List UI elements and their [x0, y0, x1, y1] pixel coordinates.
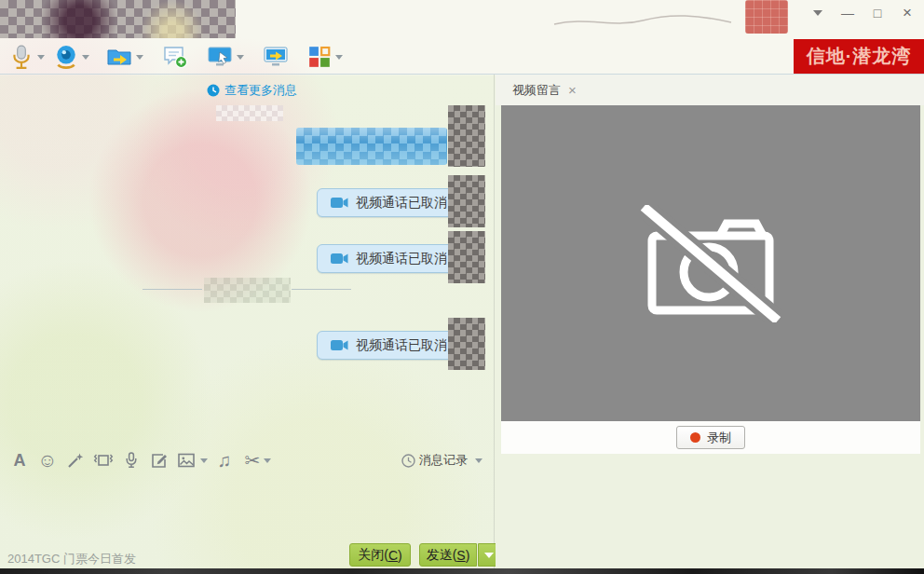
apps-grid-icon	[307, 45, 332, 69]
dropdown-arrow-icon[interactable]	[237, 55, 244, 63]
video-call-button[interactable]	[52, 43, 91, 71]
image-icon	[177, 451, 197, 470]
window-shake-button[interactable]	[91, 449, 116, 472]
seal-stamp-decoration	[745, 0, 788, 34]
record-dot-icon	[690, 432, 700, 443]
video-message-panel: 视频留言 × 录制	[496, 75, 924, 574]
maximize-icon: □	[874, 6, 881, 20]
clock-icon	[207, 84, 220, 97]
news-ticker[interactable]: 2014TGC 门票今日首发	[7, 551, 136, 567]
font-style-button[interactable]: A	[7, 449, 32, 472]
dropdown-arrow-icon[interactable]	[335, 55, 343, 63]
screen-share-icon	[263, 45, 289, 69]
dropdown-arrow-icon[interactable]	[475, 458, 482, 467]
panel-tabbar: 视频留言 ×	[496, 75, 924, 105]
microphone-icon	[9, 44, 34, 70]
video-camera-icon	[331, 197, 348, 209]
scissors-icon: ✂	[245, 449, 261, 472]
history-label: 消息记录	[419, 452, 468, 469]
video-preview-area	[501, 105, 920, 421]
status-row: 2014TGC 门票今日首发 关闭(C) 发送(S)	[0, 543, 494, 567]
message-bubble: 视频通话已取消	[317, 244, 461, 273]
microphone-icon	[122, 451, 141, 470]
date-divider-line	[292, 289, 351, 290]
message-text: 视频通话已取消	[356, 195, 447, 212]
chat-toolbar: 信地·潜龙湾	[0, 39, 924, 75]
button-label: 发送(	[427, 547, 457, 564]
remote-desktop-icon	[207, 45, 233, 69]
music-icon: ♫	[218, 450, 232, 472]
webcam-icon	[54, 45, 78, 69]
message-input[interactable]	[0, 473, 494, 540]
tab-close-icon[interactable]: ×	[568, 82, 577, 98]
button-label: )	[466, 548, 470, 563]
message-history-button[interactable]: 消息记录	[401, 452, 486, 469]
dropdown-arrow-icon[interactable]	[200, 458, 208, 467]
screenshot-button[interactable]: ✂	[240, 449, 276, 472]
group-chat-icon	[162, 45, 188, 69]
dropdown-arrow-icon[interactable]	[82, 55, 89, 63]
magic-effect-button[interactable]	[63, 449, 88, 472]
message-bubble: 视频通话已取消	[317, 188, 461, 217]
edit-icon	[150, 451, 169, 470]
new-group-chat-button[interactable]	[160, 43, 190, 71]
dropdown-arrow-icon[interactable]	[37, 55, 45, 63]
composer-toolbar: A ☺	[0, 447, 494, 473]
emoji-button[interactable]: ☺	[35, 449, 60, 472]
tab-video-message[interactable]: 视频留言 ×	[503, 75, 586, 105]
magic-wand-icon	[66, 451, 85, 470]
voice-message-button[interactable]	[119, 449, 143, 472]
send-file-icon	[106, 45, 132, 69]
emoji-icon: ☺	[37, 449, 57, 472]
chat-window: — □ ×	[0, 0, 924, 574]
close-chat-button[interactable]: 关闭(C)	[349, 543, 411, 567]
censored-sender-name	[216, 105, 283, 121]
avatar[interactable]	[448, 231, 485, 283]
window-shake-icon	[93, 451, 114, 470]
button-label: 关闭(	[358, 547, 388, 564]
tab-label: 视频留言	[512, 82, 561, 99]
record-button[interactable]: 录制	[676, 426, 745, 449]
avatar[interactable]	[448, 105, 485, 167]
avatar[interactable]	[448, 318, 485, 370]
titlebar: — □ ×	[0, 0, 924, 39]
maximize-button[interactable]: □	[866, 4, 889, 22]
censored-contact-name	[0, 0, 236, 38]
apps-button[interactable]	[306, 43, 345, 71]
music-button[interactable]: ♫	[212, 449, 237, 472]
view-more-label: 查看更多消息	[224, 82, 297, 99]
send-file-button[interactable]	[104, 43, 145, 71]
voice-call-button[interactable]	[7, 42, 47, 72]
screen-share-button[interactable]	[261, 43, 291, 71]
send-button[interactable]: 发送(S)	[419, 543, 477, 567]
signature-decoration	[550, 7, 736, 32]
minimize-button[interactable]: —	[836, 4, 859, 22]
dropdown-arrow-icon[interactable]	[264, 458, 271, 467]
minimize-icon: —	[841, 6, 854, 20]
video-camera-icon	[331, 339, 348, 351]
clock-icon	[401, 454, 415, 468]
censored-date-label	[204, 278, 291, 303]
handwriting-button[interactable]	[147, 449, 171, 472]
chevron-down-icon	[484, 553, 494, 563]
censored-message-bubble	[296, 128, 447, 165]
send-image-button[interactable]	[175, 449, 209, 472]
ad-banner[interactable]: 信地·潜龙湾	[794, 39, 924, 74]
view-more-messages-link[interactable]: 查看更多消息	[207, 82, 297, 99]
record-label: 录制	[707, 430, 731, 446]
close-icon: ×	[903, 4, 912, 22]
date-divider-line	[143, 289, 202, 290]
remote-desktop-button[interactable]	[205, 43, 246, 71]
close-button[interactable]: ×	[896, 4, 918, 22]
chevron-down-icon	[813, 10, 822, 20]
button-hotkey: S	[456, 548, 465, 563]
window-controls: — □ ×	[807, 4, 918, 22]
message-list: 查看更多消息 视频通话已取消 视频通话已取消	[0, 75, 495, 574]
camera-off-icon	[640, 205, 781, 322]
background-window-edge	[0, 568, 924, 574]
font-icon: A	[14, 451, 26, 471]
dropdown-arrow-icon[interactable]	[136, 55, 143, 63]
message-text: 视频通话已取消	[356, 251, 447, 267]
avatar[interactable]	[448, 175, 485, 227]
skin-menu-button[interactable]	[807, 4, 829, 22]
